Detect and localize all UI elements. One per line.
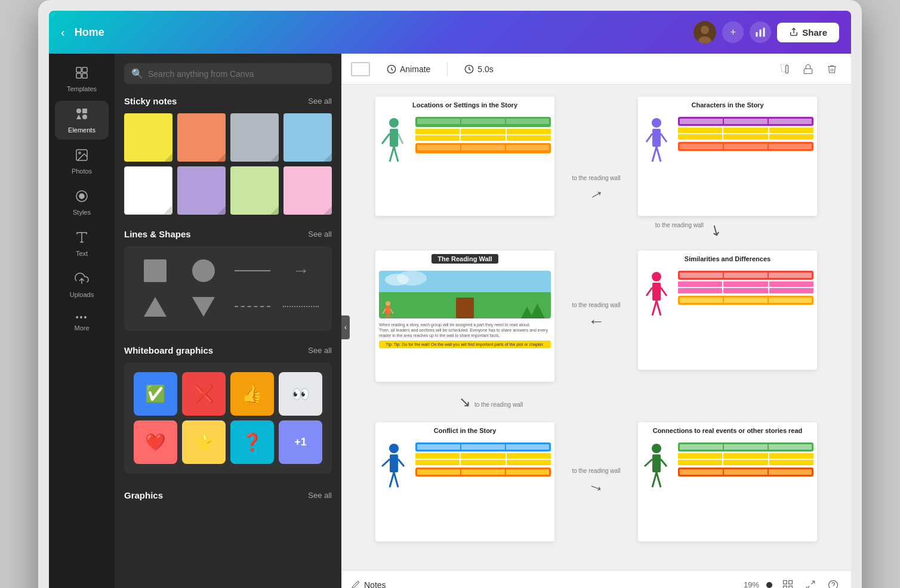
wb-star[interactable]: ⭐ xyxy=(182,420,226,464)
lock-icon[interactable] xyxy=(799,60,818,79)
slide-reading-wall-content: When reading a story, each group will be… xyxy=(375,267,554,380)
add-button[interactable]: + xyxy=(722,21,744,43)
lines-shapes-see-all[interactable]: See all xyxy=(308,230,332,239)
sticky-note-yellow[interactable] xyxy=(124,113,172,162)
sticky-notes-see-all[interactable]: See all xyxy=(308,97,332,106)
sticky-note-green[interactable] xyxy=(230,166,279,215)
share-label: Share xyxy=(802,27,827,38)
slide-locations-title: Locations or Settings in the Story xyxy=(375,97,554,113)
sidebar-item-more[interactable]: ••• More xyxy=(55,307,109,338)
duration-button[interactable]: 5.0s xyxy=(457,61,500,78)
animate-button[interactable]: Animate xyxy=(380,61,437,78)
back-button[interactable]: ‹ xyxy=(61,26,65,39)
search-input[interactable] xyxy=(148,69,325,79)
svg-line-42 xyxy=(388,314,390,318)
connector-1: to the reading wall → xyxy=(566,97,626,216)
sticky-notes-title: Sticky notes xyxy=(124,96,177,106)
slide-similarities[interactable]: Similarities and Differences xyxy=(638,250,817,370)
panel-collapse-arrow[interactable]: ‹ xyxy=(341,315,350,339)
trash-icon[interactable] xyxy=(822,60,842,79)
analytics-icon[interactable] xyxy=(750,21,771,43)
slide-conflict[interactable]: Conflict in the Story xyxy=(375,422,554,541)
sidebar-item-styles[interactable]: Styles xyxy=(55,183,109,222)
wb-thumbsup[interactable]: 👍 xyxy=(230,372,274,416)
slide-reading-wall[interactable]: The Reading Wall xyxy=(375,250,554,382)
duration-label: 5.0s xyxy=(477,64,493,74)
svg-line-39 xyxy=(383,309,386,314)
sidebar-item-elements[interactable]: Elements xyxy=(55,101,109,140)
whiteboard-graphics-grid: ✅ ❌ 👍 👀 ❤️ ⭐ ❓ +1 xyxy=(124,363,332,474)
text-icon xyxy=(75,230,89,247)
shape-dashed[interactable] xyxy=(231,292,274,321)
whiteboard-graphics-title: Whiteboard graphics xyxy=(124,345,213,355)
graphics-see-all[interactable]: See all xyxy=(308,491,332,500)
sticky-note-gray[interactable] xyxy=(230,113,279,162)
shape-triangle-down[interactable] xyxy=(183,292,226,321)
uploads-icon xyxy=(75,271,89,289)
more-icon: ••• xyxy=(76,312,88,322)
elements-panel: 🔍 Sticky notes See all xyxy=(115,54,341,588)
left-sidebar: Templates Elements xyxy=(49,54,115,588)
wb-plus1[interactable]: +1 xyxy=(279,420,322,464)
sticky-note-pink[interactable] xyxy=(283,166,332,215)
help-icon[interactable] xyxy=(825,577,842,589)
slide-connections[interactable]: Connections to real events or other stor… xyxy=(638,422,817,541)
wb-heart[interactable]: ❤️ xyxy=(134,420,177,464)
svg-rect-32 xyxy=(652,129,661,147)
slide-locations-table xyxy=(415,117,551,208)
slide-characters-table xyxy=(678,117,813,208)
svg-rect-26 xyxy=(390,129,398,147)
shape-square[interactable] xyxy=(134,256,177,286)
sidebar-item-text[interactable]: Text xyxy=(55,224,109,263)
down-connector-2-text: to the reading wall xyxy=(474,401,523,408)
svg-line-33 xyxy=(646,134,652,142)
svg-point-16 xyxy=(79,152,81,154)
avatar[interactable] xyxy=(694,21,716,44)
svg-point-49 xyxy=(389,444,399,453)
slide-characters[interactable]: Characters in the Story xyxy=(638,97,817,216)
svg-line-29 xyxy=(390,147,394,162)
slide-row-3: Conflict in the Story xyxy=(375,422,817,541)
connector-3: to the reading wall → xyxy=(566,422,626,541)
svg-line-34 xyxy=(661,134,667,142)
wb-cross[interactable]: ❌ xyxy=(182,372,226,416)
slide-characters-title: Characters in the Story xyxy=(638,97,817,113)
paint-icon[interactable] xyxy=(775,60,794,79)
share-button[interactable]: Share xyxy=(777,23,839,42)
fullscreen-icon[interactable] xyxy=(802,577,819,589)
shape-arrow[interactable]: → xyxy=(280,256,323,286)
down-connector-1-text: to the reading wall xyxy=(655,222,704,239)
shape-dotted[interactable] xyxy=(280,292,323,321)
sticky-notes-grid xyxy=(124,113,332,215)
down-connector-2-arrow: ↙ xyxy=(459,394,471,410)
page-thumbnail-icon[interactable] xyxy=(779,577,796,589)
sticky-note-purple[interactable] xyxy=(177,166,226,215)
toolbar-divider xyxy=(447,62,448,76)
wb-checkmark[interactable]: ✅ xyxy=(134,372,177,416)
sticky-note-blue[interactable] xyxy=(283,113,332,162)
connector-3-text: to the reading wall xyxy=(572,468,620,474)
svg-line-30 xyxy=(394,147,398,162)
shape-circle[interactable] xyxy=(183,256,226,286)
svg-line-45 xyxy=(646,287,652,296)
sidebar-item-uploads[interactable]: Uploads xyxy=(55,265,109,304)
styles-label: Styles xyxy=(73,209,91,216)
toolbar-right xyxy=(775,60,842,79)
wb-eyes[interactable]: 👀 xyxy=(279,372,322,416)
wb-question[interactable]: ❓ xyxy=(230,420,274,464)
sticky-note-white[interactable] xyxy=(124,166,172,215)
whiteboard-graphics-see-all[interactable]: See all xyxy=(308,346,332,355)
svg-rect-7 xyxy=(76,67,81,72)
shape-line[interactable] xyxy=(231,256,274,286)
slide-conflict-table xyxy=(415,442,551,534)
sidebar-item-templates[interactable]: Templates xyxy=(55,60,109,98)
notes-button[interactable]: Notes xyxy=(351,580,386,589)
shape-triangle-up[interactable] xyxy=(134,292,177,321)
sticky-note-orange[interactable] xyxy=(177,113,226,162)
svg-rect-56 xyxy=(652,454,661,472)
reading-wall-text: When reading a story, each group will be… xyxy=(379,322,551,338)
lines-shapes-header: Lines & Shapes See all xyxy=(124,229,332,239)
svg-rect-4 xyxy=(760,30,762,37)
sidebar-item-photos[interactable]: Photos xyxy=(55,142,109,181)
slide-locations[interactable]: Locations or Settings in the Story xyxy=(375,97,554,216)
